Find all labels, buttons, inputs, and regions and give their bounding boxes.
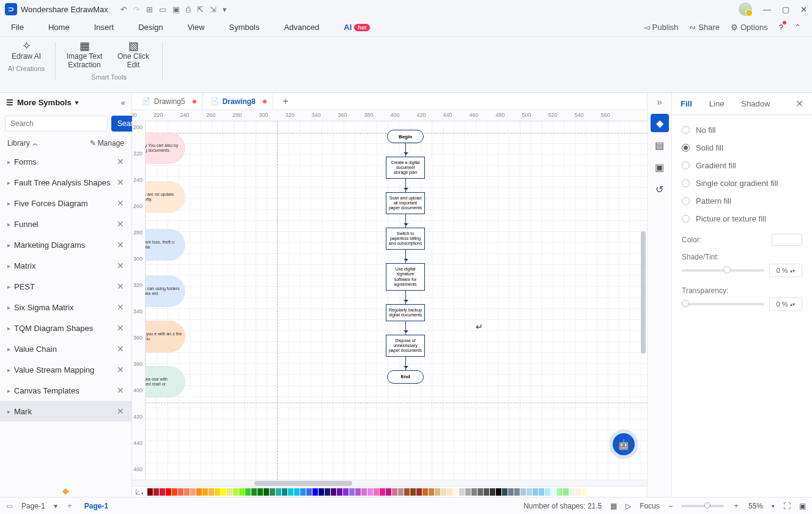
zoom-value[interactable]: 55%	[748, 502, 763, 510]
palette-swatch[interactable]	[514, 488, 520, 496]
ai-assistant-button[interactable]: 🤖	[613, 433, 635, 455]
radio-single-gradient[interactable]: Single color gradient fill	[682, 174, 802, 192]
remove-category-icon[interactable]: ✕	[117, 198, 124, 208]
zoom-in-icon[interactable]: ＋	[733, 501, 740, 511]
remove-category-icon[interactable]: ✕	[117, 365, 124, 374]
palette-swatch[interactable]	[147, 488, 153, 496]
flowchart[interactable]: Begin Create a digital document storage …	[381, 130, 430, 384]
manage-button[interactable]: ✎Manage	[90, 139, 124, 147]
print-icon[interactable]: ⎙	[186, 5, 191, 14]
qat-more-icon[interactable]: ▾	[223, 5, 227, 14]
palette-swatch[interactable]	[374, 488, 379, 496]
canvas[interactable]: oney by You can also by sending document…	[146, 121, 647, 480]
palette-swatch[interactable]	[245, 488, 251, 496]
palette-swatch[interactable]	[337, 488, 342, 496]
partial-shape[interactable]: ments are loss, theft o your data	[146, 229, 185, 261]
palette-swatch[interactable]	[429, 488, 434, 496]
radio-no-fill[interactable]: No fill	[682, 121, 802, 139]
palette-swatch[interactable]	[251, 488, 257, 496]
menu-insert[interactable]: Insert	[94, 23, 114, 32]
palette-swatch[interactable]	[539, 488, 544, 496]
palette-swatch[interactable]	[380, 488, 385, 496]
publish-button[interactable]: ◅Publish	[644, 23, 679, 32]
partial-shape[interactable]: uments are nd update. roductivity.	[146, 181, 185, 213]
add-page-icon[interactable]: ＋	[66, 501, 73, 511]
save-icon[interactable]: ▣	[172, 5, 180, 14]
remove-category-icon[interactable]: ✕	[117, 344, 124, 354]
category-item[interactable]: ▸Forms✕	[0, 151, 131, 172]
palette-swatch[interactable]	[239, 488, 245, 496]
new-icon[interactable]: ⊞	[146, 5, 153, 14]
fit-page-icon[interactable]: ⛶	[783, 502, 791, 510]
remove-category-icon[interactable]: ✕	[117, 406, 124, 416]
open-icon[interactable]: ▭	[159, 5, 166, 14]
page-panel-button[interactable]: ▤	[651, 136, 669, 154]
palette-swatch[interactable]	[478, 488, 483, 496]
tab-shadow[interactable]: Shadow	[741, 99, 770, 108]
transparency-value[interactable]: 0 %▴▾	[769, 297, 802, 311]
palette-swatch[interactable]	[209, 488, 214, 496]
menu-ai[interactable]: AI hot	[344, 23, 370, 32]
remove-category-icon[interactable]: ✕	[117, 281, 124, 291]
import-icon[interactable]: ⇲	[210, 5, 216, 14]
category-item[interactable]: ▸Six Sigma Matrix✕	[0, 297, 131, 318]
palette-swatch[interactable]	[404, 488, 410, 496]
palette-swatch[interactable]	[459, 488, 465, 496]
palette-swatch[interactable]	[312, 488, 318, 496]
flow-step[interactable]: Create a digital document storage plan	[386, 157, 425, 179]
page-dropdown-icon[interactable]: ▾	[54, 502, 57, 510]
palette-swatch[interactable]	[190, 488, 196, 496]
collapse-left-icon[interactable]: «	[121, 98, 125, 107]
flow-step[interactable]: Switch to paperless billing and subscrip…	[386, 228, 425, 250]
palette-swatch[interactable]	[172, 488, 177, 496]
help-button[interactable]: ?	[779, 23, 783, 32]
palette-swatch[interactable]	[184, 488, 190, 496]
expand-right-icon[interactable]: »	[657, 97, 662, 108]
partial-shape[interactable]: can make ose with converted read or	[146, 366, 185, 398]
tab-drawing5[interactable]: 📄Drawing5	[136, 93, 203, 110]
tab-line[interactable]: Line	[709, 99, 725, 108]
palette-swatch[interactable]	[551, 488, 556, 496]
palette-swatch[interactable]	[386, 488, 391, 496]
palette-swatch[interactable]	[227, 488, 232, 496]
palette-swatch[interactable]	[557, 488, 563, 496]
radio-solid-fill[interactable]: Solid fill	[682, 139, 802, 157]
palette-swatch[interactable]	[160, 488, 165, 496]
palette-swatch[interactable]	[325, 488, 330, 496]
redo-icon[interactable]: ↷	[133, 5, 140, 14]
transparency-slider[interactable]	[682, 303, 764, 305]
shade-slider[interactable]	[682, 269, 764, 272]
palette-swatch[interactable]	[166, 488, 171, 496]
options-button[interactable]: ⚙Options	[731, 23, 768, 32]
fullscreen-icon[interactable]: ▣	[799, 502, 806, 510]
color-swatch[interactable]	[772, 234, 802, 246]
palette-swatch[interactable]	[490, 488, 495, 496]
layout-panel-button[interactable]: ▣	[651, 158, 669, 176]
palette-swatch[interactable]	[410, 488, 416, 496]
palette-swatch[interactable]	[257, 488, 263, 496]
chevron-down-icon[interactable]: ▾	[75, 99, 78, 106]
minimize-icon[interactable]: —	[763, 5, 771, 14]
palette-swatch[interactable]	[441, 488, 446, 496]
category-item[interactable]: ▸Five Forces Diagram✕	[0, 193, 131, 214]
radio-picture-fill[interactable]: Picture or texture fill	[682, 210, 802, 228]
category-item[interactable]: ▸Mark✕	[0, 401, 131, 422]
add-tab-button[interactable]: ＋	[275, 95, 297, 108]
export-icon[interactable]: ⇱	[197, 5, 204, 14]
palette-swatch[interactable]	[264, 488, 269, 496]
tab-drawing8[interactable]: 📄Drawing8	[204, 93, 273, 110]
palette-swatch[interactable]	[423, 488, 428, 496]
remove-category-icon[interactable]: ✕	[117, 219, 124, 229]
palette-swatch[interactable]	[416, 488, 422, 496]
undo-icon[interactable]: ↶	[120, 5, 127, 14]
palette-swatch[interactable]	[502, 488, 508, 496]
category-item[interactable]: ▸Value Chain✕	[0, 338, 131, 359]
radio-pattern-fill[interactable]: Pattern fill	[682, 192, 802, 210]
partial-shape[interactable]: uments can using folders and make ent.	[146, 275, 185, 307]
palette-swatch[interactable]	[233, 488, 238, 496]
partial-shape[interactable]: oney by You can also by sending document…	[146, 132, 185, 164]
maximize-icon[interactable]: ▢	[782, 5, 789, 14]
shade-value[interactable]: 0 %▴▾	[769, 264, 802, 277]
palette-swatch[interactable]	[294, 488, 300, 496]
palette-swatch[interactable]	[520, 488, 526, 496]
